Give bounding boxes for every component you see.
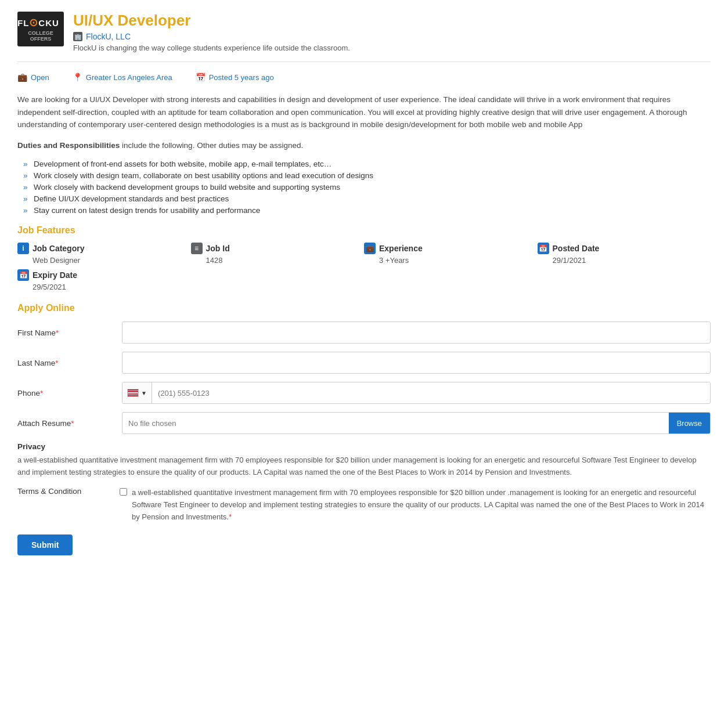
last-name-row: Last Name* <box>17 352 711 374</box>
header-info: UI/UX Developer 🏢 FlockU, LLC FlockU is … <box>73 12 711 52</box>
calendar-small-icon: 📅 <box>538 243 549 254</box>
phone-row: Phone* ▼ <box>17 382 711 404</box>
posted-text: Posted 5 years ago <box>209 73 274 82</box>
terms-text: a well-established quantitative investme… <box>132 487 711 523</box>
required-marker-3: * <box>40 389 43 398</box>
feature-experience: 💼 Experience 3 +Years <box>364 243 538 265</box>
feature-job-category-value: Web Designer <box>17 256 191 265</box>
info-icon: i <box>17 243 29 254</box>
posted-item: 📅 Posted 5 years ago <box>196 73 274 82</box>
file-placeholder-text: No file chosen <box>122 419 669 428</box>
duties-heading: Duties and Responsibilities <box>17 141 120 150</box>
first-name-row: First Name* <box>17 322 711 344</box>
required-marker-4: * <box>71 419 74 428</box>
terms-checkbox[interactable] <box>120 488 127 496</box>
resume-label: Attach Resume* <box>17 419 122 428</box>
company-name: 🏢 FlockU, LLC <box>73 32 711 41</box>
feature-expiry-label: 📅 Expiry Date <box>17 269 191 281</box>
location-icon: 📍 <box>73 73 82 82</box>
list-item: Define UI/UX development standards and b… <box>23 194 711 203</box>
feature-job-id-value: 1428 <box>191 256 365 265</box>
chevron-down-icon: ▼ <box>141 390 147 396</box>
terms-content: a well-established quantitative investme… <box>120 487 711 523</box>
company-logo: FL⊙CKU COLLEGE OFFERS <box>17 12 64 46</box>
feature-posted-date-value: 29/1/2021 <box>538 256 711 265</box>
first-name-input[interactable] <box>122 322 711 344</box>
last-name-input[interactable] <box>122 352 711 374</box>
features-title: Job Features <box>17 225 711 236</box>
feature-expiry: 📅 Expiry Date 29/5/2021 <box>17 269 191 291</box>
us-flag-icon <box>127 389 139 397</box>
phone-label: Phone* <box>17 389 122 398</box>
required-marker: * <box>56 328 59 337</box>
features-expiry-row: 📅 Expiry Date 29/5/2021 <box>17 269 711 291</box>
privacy-section: Privacy a well-established quantitative … <box>17 442 711 479</box>
calendar-expiry-icon: 📅 <box>17 269 29 281</box>
status-item: 💼 Open <box>17 73 49 82</box>
feature-experience-value: 3 +Years <box>364 256 538 265</box>
submit-button[interactable]: Submit <box>17 534 73 555</box>
duties-list: Development of front-end assets for both… <box>23 160 711 215</box>
last-name-label: Last Name* <box>17 359 122 367</box>
feature-experience-label: 💼 Experience <box>364 243 538 254</box>
feature-posted-date-label: 📅 Posted Date <box>538 243 711 254</box>
terms-label: Terms & Condition <box>17 487 110 496</box>
meta-row: 💼 Open 📍 Greater Los Angeles Area 📅 Post… <box>17 69 711 85</box>
header-divider <box>17 62 711 62</box>
status-text: Open <box>31 73 49 82</box>
job-description-body: We are looking for a UI/UX Developer wit… <box>17 93 711 131</box>
phone-number-input[interactable] <box>152 389 710 398</box>
job-title: UI/UX Developer <box>73 12 711 30</box>
features-grid: i Job Category Web Designer ≡ Job Id 142… <box>17 243 711 265</box>
feature-job-id-label: ≡ Job Id <box>191 243 365 254</box>
list-item: Stay current on latest design trends for… <box>23 206 711 215</box>
feature-posted-date: 📅 Posted Date 29/1/2021 <box>538 243 711 265</box>
list-item: Work closely with backend development gr… <box>23 183 711 192</box>
list-icon: ≡ <box>191 243 203 254</box>
calendar-icon: 📅 <box>196 73 206 82</box>
first-name-label: First Name* <box>17 328 122 337</box>
feature-job-id: ≡ Job Id 1428 <box>191 243 365 265</box>
terms-row: Terms & Condition a well-established qua… <box>17 487 711 523</box>
page-header: FL⊙CKU COLLEGE OFFERS UI/UX Developer 🏢 … <box>17 12 711 52</box>
apply-online-title: Apply Online <box>17 303 711 313</box>
phone-flag-selector[interactable]: ▼ <box>122 382 152 403</box>
company-name-text: FlockU, LLC <box>86 32 131 41</box>
feature-job-category: i Job Category Web Designer <box>17 243 191 265</box>
required-marker-2: * <box>55 359 58 367</box>
list-item: Work closely with design team, collabora… <box>23 171 711 180</box>
feature-job-category-label: i Job Category <box>17 243 191 254</box>
briefcase-small-icon: 💼 <box>364 243 376 254</box>
resume-row: Attach Resume* No file chosen Browse <box>17 412 711 434</box>
feature-expiry-value: 29/5/2021 <box>17 283 191 291</box>
logo-subtext: COLLEGE OFFERS <box>17 30 64 42</box>
browse-button[interactable]: Browse <box>669 413 710 434</box>
phone-input-wrapper: ▼ <box>122 382 711 404</box>
privacy-label: Privacy <box>17 442 711 451</box>
duties-sub: include the following. Other duties may … <box>120 141 303 150</box>
privacy-text: a well-established quantitative investme… <box>17 454 711 479</box>
terms-required-marker: * <box>229 512 232 521</box>
company-icon: 🏢 <box>73 32 82 41</box>
company-description: FlockU is changing the way college stude… <box>73 44 711 52</box>
location-item: 📍 Greater Los Angeles Area <box>73 73 172 82</box>
location-text: Greater Los Angeles Area <box>86 73 172 82</box>
list-item: Development of front-end assets for both… <box>23 160 711 168</box>
file-input-wrapper: No file chosen Browse <box>122 412 711 434</box>
duties-intro: Duties and Responsibilities include the … <box>17 139 711 152</box>
briefcase-icon: 💼 <box>17 73 27 82</box>
